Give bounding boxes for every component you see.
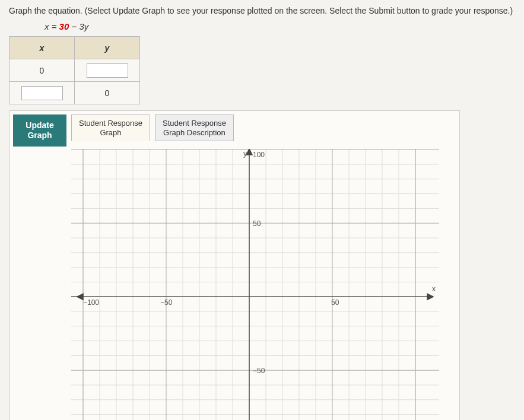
cell-y1 — [75, 59, 140, 82]
eq-rhs1: 30 — [59, 21, 69, 31]
tick-y-50: 50 — [253, 219, 261, 228]
input-x2[interactable] — [21, 86, 63, 100]
update-label-1: Update — [26, 120, 53, 130]
eq-sign: = — [49, 21, 59, 31]
major-grid — [71, 149, 439, 420]
tab1-line2: Graph — [100, 128, 121, 137]
tick-x-50: 50 — [331, 298, 339, 307]
tick-y-100: 100 — [253, 151, 265, 159]
xy-table: x y 0 0 — [9, 36, 140, 104]
arrow-right-icon — [427, 294, 433, 300]
update-graph-button[interactable]: Update Graph — [13, 114, 66, 147]
cell-x1: 0 — [9, 59, 75, 82]
tab2-line1: Student Response — [163, 119, 226, 128]
graph-panel: Update Graph Student Response Graph Stud… — [9, 110, 460, 420]
table-row: 0 — [9, 59, 140, 82]
cell-x2 — [9, 82, 75, 104]
tab-student-response-graph[interactable]: Student Response Graph — [71, 114, 150, 141]
update-label-2: Graph — [27, 131, 52, 140]
cell-y2: 0 — [75, 82, 140, 104]
tab2-line2: Graph Description — [163, 128, 226, 137]
tick-y-n50: −50 — [253, 367, 265, 375]
axes — [71, 149, 433, 420]
x-axis-label: x — [432, 285, 436, 293]
coordinate-plane: y x 100 50 −50 −100 −50 50 — [71, 149, 439, 420]
equation: x = 30 − 3y — [45, 21, 515, 31]
minor-grid — [71, 149, 439, 420]
arrow-left-icon — [77, 294, 83, 300]
table-row: 0 — [9, 82, 140, 104]
input-y1[interactable] — [87, 63, 128, 78]
y-axis-label: y — [243, 149, 247, 158]
tick-x-n50: −50 — [160, 298, 173, 307]
eq-lhs: x — [45, 21, 49, 31]
tab-student-response-graph-description[interactable]: Student Response Graph Description — [155, 114, 234, 141]
tab-row: Update Graph Student Response Graph Stud… — [13, 114, 456, 147]
col-header-y: y — [75, 37, 140, 59]
instructions-text: Graph the equation. (Select Update Graph… — [9, 6, 515, 15]
eq-rhs2: − 3y — [69, 21, 88, 31]
tick-x-n100: −100 — [83, 298, 99, 307]
graph-area[interactable]: y x 100 50 −50 −100 −50 50 — [71, 149, 456, 420]
col-header-x: x — [9, 37, 75, 59]
tab1-line1: Student Response — [79, 119, 142, 128]
